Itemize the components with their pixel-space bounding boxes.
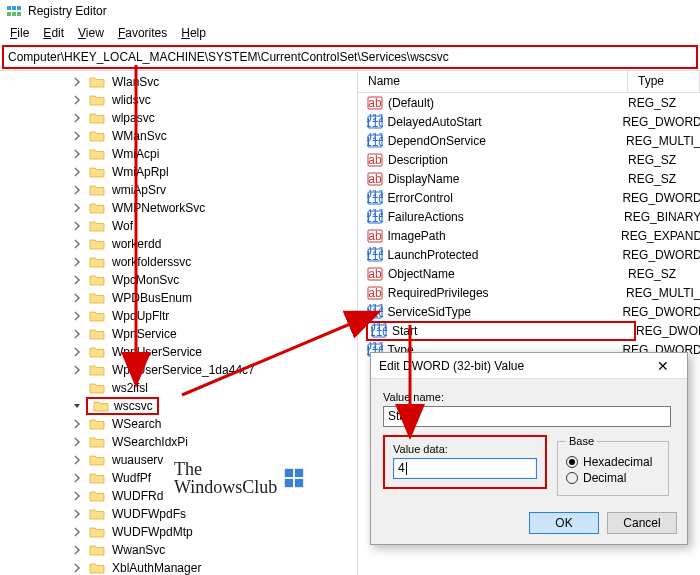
string-value-icon: ab bbox=[366, 171, 384, 187]
tree-item[interactable]: WMPNetworkSvc bbox=[14, 199, 357, 217]
chevron-right-icon[interactable] bbox=[70, 309, 84, 323]
col-type[interactable]: Type bbox=[628, 71, 700, 92]
chevron-right-icon[interactable] bbox=[70, 237, 84, 251]
radio-decimal[interactable]: Decimal bbox=[566, 471, 660, 485]
tree-item[interactable]: WlanSvc bbox=[14, 73, 357, 91]
binary-value-icon: 011110 bbox=[370, 323, 388, 339]
value-row[interactable]: 011110DependOnServiceREG_MULTI_ bbox=[358, 131, 700, 150]
value-row[interactable]: abDisplayNameREG_SZ bbox=[358, 169, 700, 188]
chevron-right-icon[interactable] bbox=[70, 453, 84, 467]
value-row[interactable]: 011110LaunchProtectedREG_DWORD bbox=[358, 245, 700, 264]
col-name[interactable]: Name bbox=[358, 71, 628, 92]
svg-rect-5 bbox=[17, 12, 21, 16]
tree-item[interactable]: WUDFWpdFs bbox=[14, 505, 357, 523]
cancel-button[interactable]: Cancel bbox=[607, 512, 677, 534]
value-row[interactable]: abDescriptionREG_SZ bbox=[358, 150, 700, 169]
chevron-right-icon[interactable] bbox=[70, 147, 84, 161]
chevron-right-icon[interactable] bbox=[70, 507, 84, 521]
tree-item[interactable]: Wof bbox=[14, 217, 357, 235]
tree-pane[interactable]: WlanSvcwlidsvcwlpasvcWManSvcWmiAcpiWmiAp… bbox=[0, 71, 358, 575]
value-data-label: Value data: bbox=[393, 443, 537, 455]
tree-item[interactable]: workfolderssvc bbox=[14, 253, 357, 271]
tree-item[interactable]: wlpasvc bbox=[14, 109, 357, 127]
chevron-right-icon[interactable] bbox=[70, 93, 84, 107]
chevron-right-icon[interactable] bbox=[70, 291, 84, 305]
tree-item[interactable]: wlidsvc bbox=[14, 91, 357, 109]
svg-text:ab: ab bbox=[368, 153, 382, 167]
folder-icon bbox=[89, 273, 105, 287]
value-row[interactable]: abImagePathREG_EXPAND bbox=[358, 226, 700, 245]
tree-item-label: WlanSvc bbox=[110, 75, 161, 89]
menu-file[interactable]: File bbox=[4, 24, 35, 42]
chevron-right-icon[interactable] bbox=[70, 165, 84, 179]
value-row[interactable]: ab(Default)REG_SZ bbox=[358, 93, 700, 112]
close-icon[interactable]: ✕ bbox=[647, 355, 679, 377]
value-row[interactable]: 011110FailureActionsREG_BINARY bbox=[358, 207, 700, 226]
menu-view[interactable]: View bbox=[72, 24, 110, 42]
tree-item[interactable]: WwanSvc bbox=[14, 541, 357, 559]
menubar: File Edit View Favorites Help bbox=[0, 22, 700, 44]
value-name-field[interactable]: Start bbox=[383, 406, 671, 427]
tree-item[interactable]: WManSvc bbox=[14, 127, 357, 145]
value-row[interactable]: 011110StartREG_DWORD bbox=[358, 321, 700, 340]
tree-item[interactable]: WmiApRpl bbox=[14, 163, 357, 181]
chevron-right-icon[interactable] bbox=[70, 183, 84, 197]
value-highlight: 011110Start bbox=[366, 321, 636, 341]
folder-icon bbox=[89, 327, 105, 341]
menu-edit[interactable]: Edit bbox=[37, 24, 70, 42]
dialog-titlebar[interactable]: Edit DWORD (32-bit) Value ✕ bbox=[371, 353, 687, 379]
menu-help[interactable]: Help bbox=[175, 24, 212, 42]
tree-item[interactable]: WpnService bbox=[14, 325, 357, 343]
chevron-down-icon[interactable] bbox=[70, 399, 84, 413]
tree-item[interactable]: XblAuthManager bbox=[14, 559, 357, 575]
tree-item[interactable]: WSearch bbox=[14, 415, 357, 433]
value-row[interactable]: 011110ServiceSidTypeREG_DWORD bbox=[358, 302, 700, 321]
value-name: ServiceSidType bbox=[388, 305, 623, 319]
chevron-right-icon[interactable] bbox=[70, 345, 84, 359]
chevron-right-icon[interactable] bbox=[70, 273, 84, 287]
chevron-right-icon[interactable] bbox=[70, 255, 84, 269]
chevron-right-icon[interactable] bbox=[70, 75, 84, 89]
chevron-right-icon[interactable] bbox=[70, 219, 84, 233]
chevron-right-icon[interactable] bbox=[70, 327, 84, 341]
chevron-right-icon[interactable] bbox=[70, 111, 84, 125]
value-row[interactable]: abObjectNameREG_SZ bbox=[358, 264, 700, 283]
value-type: REG_BINARY bbox=[624, 210, 700, 224]
value-row[interactable]: 011110DelayedAutoStartREG_DWORD bbox=[358, 112, 700, 131]
ok-button[interactable]: OK bbox=[529, 512, 599, 534]
chevron-right-icon[interactable] bbox=[70, 543, 84, 557]
menu-favorites[interactable]: Favorites bbox=[112, 24, 173, 42]
tree-item[interactable]: WPDBusEnum bbox=[14, 289, 357, 307]
tree-item[interactable]: workerdd bbox=[14, 235, 357, 253]
folder-icon bbox=[89, 363, 105, 377]
tree-item[interactable]: wscsvc bbox=[14, 397, 357, 415]
value-name: FailureActions bbox=[388, 210, 624, 224]
radio-hexadecimal[interactable]: Hexadecimal bbox=[566, 455, 660, 469]
value-data-field[interactable]: 4 bbox=[393, 458, 537, 479]
svg-rect-48 bbox=[295, 479, 303, 487]
address-bar[interactable]: Computer\HKEY_LOCAL_MACHINE\SYSTEM\Curre… bbox=[2, 45, 698, 69]
chevron-right-icon[interactable] bbox=[70, 561, 84, 575]
chevron-right-icon[interactable] bbox=[70, 417, 84, 431]
tree-item[interactable]: WpdUpFltr bbox=[14, 307, 357, 325]
value-row[interactable]: 011110ErrorControlREG_DWORD bbox=[358, 188, 700, 207]
tree-item-label: WUDFWpdFs bbox=[110, 507, 188, 521]
chevron-right-icon[interactable] bbox=[70, 201, 84, 215]
chevron-right-icon[interactable] bbox=[70, 363, 84, 377]
chevron-right-icon[interactable] bbox=[70, 525, 84, 539]
values-header: Name Type bbox=[358, 71, 700, 93]
tree-item[interactable]: ws2ifsl bbox=[14, 379, 357, 397]
tree-item[interactable]: WpnUserService_1da44c7 bbox=[14, 361, 357, 379]
value-row[interactable]: abRequiredPrivilegesREG_MULTI_ bbox=[358, 283, 700, 302]
chevron-right-icon[interactable] bbox=[70, 489, 84, 503]
tree-item[interactable]: WpcMonSvc bbox=[14, 271, 357, 289]
svg-text:ab: ab bbox=[368, 172, 382, 186]
tree-item[interactable]: WpnUserService bbox=[14, 343, 357, 361]
tree-item[interactable]: WSearchIdxPi bbox=[14, 433, 357, 451]
tree-item[interactable]: wmiApSrv bbox=[14, 181, 357, 199]
chevron-right-icon[interactable] bbox=[70, 435, 84, 449]
chevron-right-icon[interactable] bbox=[70, 471, 84, 485]
chevron-right-icon[interactable] bbox=[70, 129, 84, 143]
tree-item[interactable]: WmiAcpi bbox=[14, 145, 357, 163]
tree-item[interactable]: WUDFWpdMtp bbox=[14, 523, 357, 541]
